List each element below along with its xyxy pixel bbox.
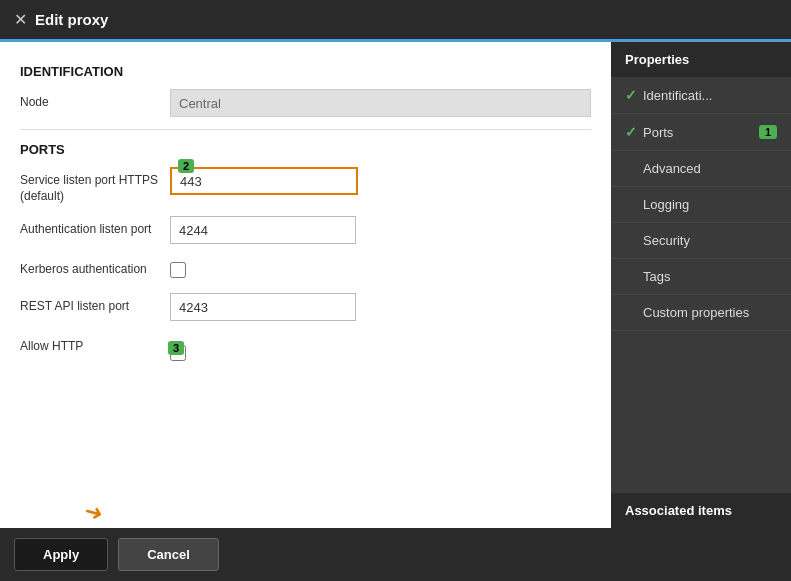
allow-http-row: Allow HTTP 3: [20, 333, 591, 364]
associated-items-title: Associated items: [611, 493, 791, 528]
sidebar-label-security: Security: [625, 233, 777, 248]
allow-http-label: Allow HTTP: [20, 333, 160, 355]
kerberos-checkbox[interactable]: [170, 262, 186, 278]
dialog-footer: ➜ Apply Cancel: [0, 528, 791, 581]
node-label: Node: [20, 89, 160, 111]
identification-section-header: IDENTIFICATION: [20, 64, 591, 79]
check-icon-identification: ✓: [625, 87, 637, 103]
sidebar-label-logging: Logging: [625, 197, 777, 212]
proxy-icon: ✕: [14, 10, 27, 29]
sidebar-item-ports[interactable]: ✓ Ports 1: [611, 114, 791, 151]
allow-http-checkbox-wrapper: 3: [170, 339, 186, 364]
auth-port-row: Authentication listen port: [20, 216, 591, 244]
edit-proxy-dialog: ✕ Edit proxy IDENTIFICATION Node PORTS S…: [0, 0, 791, 581]
check-icon-ports: ✓: [625, 124, 637, 140]
badge-3: 3: [168, 341, 184, 355]
sidebar-label-advanced: Advanced: [625, 161, 777, 176]
kerberos-row: Kerberos authentication: [20, 256, 591, 281]
service-port-wrapper: 2: [170, 167, 591, 195]
sidebar-item-security[interactable]: Security: [611, 223, 791, 259]
sidebar-label-custom-properties: Custom properties: [625, 305, 777, 320]
sidebar-item-logging[interactable]: Logging: [611, 187, 791, 223]
service-port-label: Service listen port HTTPS (default): [20, 167, 160, 204]
sidebar-item-custom-properties[interactable]: Custom properties: [611, 295, 791, 331]
sidebar-label-identification: Identificati...: [643, 88, 777, 103]
rest-api-label: REST API listen port: [20, 293, 160, 315]
divider-1: [20, 129, 591, 130]
sidebar-item-advanced[interactable]: Advanced: [611, 151, 791, 187]
rest-api-wrapper: [170, 293, 591, 321]
cancel-button[interactable]: Cancel: [118, 538, 219, 571]
sidebar-item-identification[interactable]: ✓ Identificati...: [611, 77, 791, 114]
ports-section-header: PORTS: [20, 142, 591, 157]
node-input[interactable]: [170, 89, 591, 117]
dialog-titlebar: ✕ Edit proxy: [0, 0, 791, 42]
node-row: Node: [20, 89, 591, 117]
main-content: IDENTIFICATION Node PORTS Service listen…: [0, 42, 611, 528]
properties-sidebar: Properties ✓ Identificati... ✓ Ports 1 A…: [611, 42, 791, 528]
auth-port-input[interactable]: [170, 216, 356, 244]
kerberos-wrapper: [170, 256, 591, 281]
rest-api-input[interactable]: [170, 293, 356, 321]
auth-port-wrapper: [170, 216, 591, 244]
service-port-row: Service listen port HTTPS (default) 2: [20, 167, 591, 204]
dialog-body: IDENTIFICATION Node PORTS Service listen…: [0, 42, 791, 528]
service-port-input[interactable]: [170, 167, 358, 195]
sidebar-item-tags[interactable]: Tags: [611, 259, 791, 295]
allow-http-wrapper: 3: [170, 333, 591, 364]
apply-button[interactable]: Apply: [14, 538, 108, 571]
ports-badge: 1: [759, 125, 777, 139]
auth-port-label: Authentication listen port: [20, 216, 160, 238]
kerberos-label: Kerberos authentication: [20, 256, 160, 278]
dialog-title: Edit proxy: [35, 11, 108, 28]
rest-api-row: REST API listen port: [20, 293, 591, 321]
sidebar-label-tags: Tags: [625, 269, 777, 284]
badge-2: 2: [178, 159, 194, 173]
sidebar-label-ports: Ports: [643, 125, 753, 140]
properties-title: Properties: [611, 42, 791, 77]
